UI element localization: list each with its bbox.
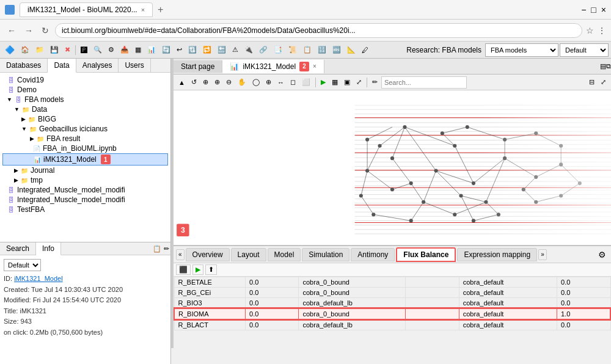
close-doc-btn[interactable]: ✖ [62,45,73,55]
search-btn[interactable]: 🔍 [91,45,104,55]
close-btn[interactable]: × [601,5,606,15]
input-val5-bioma[interactable] [561,310,606,318]
info-id-link[interactable]: iMK1321_Model [14,275,63,282]
cell-val3[interactable] [406,298,459,309]
tree-item-fba[interactable]: ▼ 🗄 FBA models [2,95,168,104]
tab-close-btn[interactable]: × [141,6,145,13]
tab-data[interactable]: Data [48,59,76,73]
cell-val3-bioma[interactable] [406,308,459,319]
cell-val1[interactable] [246,288,299,298]
tab-databases[interactable]: Databases [0,59,48,72]
default-select[interactable]: Default [560,43,609,57]
table-export-btn[interactable]: ⬆ [205,264,217,275]
hand-tool[interactable]: ✋ [235,77,249,87]
minimize-btn[interactable]: − [581,5,586,15]
tab-model[interactable]: Model [268,248,301,261]
t1-btn[interactable]: 🔄 [159,45,173,55]
cell-val5[interactable] [557,298,610,309]
input-val5[interactable] [561,278,606,286]
t14-btn[interactable]: 📐 [345,45,358,55]
t6-btn[interactable]: ⚠ [230,45,241,55]
tree-item-geo[interactable]: ▼ 📁 Geobacillus icicianus [2,124,168,134]
settings-btn[interactable]: ⚙ [106,45,117,55]
t15-btn[interactable]: 🖊 [359,45,371,55]
zoom-in-btn[interactable]: ⊕ [212,77,222,87]
rect-tool[interactable]: ◻ [288,77,298,87]
zoom-fit-btn[interactable]: ↺ [189,77,199,87]
cell-val5-bioma[interactable] [557,308,610,319]
fullscreen-btn[interactable]: ⤢ [598,77,609,87]
zoom-out-btn[interactable]: ⊖ [224,77,234,87]
tree-item-covid19[interactable]: 🗄 Covid19 [2,75,168,85]
new-tab-button[interactable]: + [158,4,163,15]
tabs-next-btn[interactable]: » [538,249,547,260]
search-box[interactable] [381,76,467,89]
cell-val5[interactable] [557,277,610,288]
tab-overview[interactable]: Overview [186,248,230,261]
input-val1-bioma[interactable] [249,310,295,318]
input-val1[interactable] [249,278,295,286]
cell-val1[interactable] [246,277,299,288]
tabs-prev-btn[interactable]: « [176,249,185,260]
tree-item-data[interactable]: ▼ 📁 Data [2,104,168,114]
cell-val3[interactable] [406,288,459,298]
info-copy-btn[interactable]: 📋 [152,242,163,255]
tab-expression-mapping[interactable]: Expression mapping [457,248,537,261]
folder-btn[interactable]: 📁 [33,45,46,55]
t10-btn[interactable]: 📜 [286,45,299,55]
table-grid-btn[interactable]: ⬛ [176,264,191,275]
input-val3[interactable] [409,278,455,286]
home-btn[interactable]: 🏠 [18,45,32,55]
t11-btn[interactable]: 📋 [301,45,314,55]
tree-item-journal[interactable]: ▶ 📁 Journal [2,166,168,175]
cell-val5[interactable] [557,288,610,298]
t2-btn[interactable]: ↩ [174,45,185,55]
input-val5-blact[interactable] [561,321,606,329]
table-view-btn[interactable]: ▣ [342,77,353,87]
info-dropdown[interactable]: Default [4,259,41,271]
import-btn[interactable]: 📥 [118,45,131,55]
tree-item-fba-result[interactable]: ▶ 📁 FBA result [2,134,168,144]
forward-button[interactable]: → [22,24,35,37]
input-val5-2[interactable] [561,289,606,296]
logo-btn[interactable]: 🔷 [2,44,17,56]
refresh-button[interactable]: ↻ [39,24,51,37]
cell-val3[interactable] [406,277,459,288]
input-val3-blact[interactable] [409,321,455,329]
research-select[interactable]: FBA models [485,43,558,57]
pencil-tool[interactable]: ✏ [370,77,380,87]
t9-btn[interactable]: 📑 [271,45,285,55]
t12-btn[interactable]: 🔢 [315,45,329,55]
maximize-btn[interactable]: □ [591,5,596,15]
t5-btn[interactable]: 🔙 [215,45,229,55]
group-tool[interactable]: ⬜ [299,77,313,87]
tab-simulation[interactable]: Simulation [302,248,349,261]
expand-btn[interactable]: ⤢ [354,77,364,87]
edge-tool[interactable]: ↔ [275,78,287,87]
input-val3-3[interactable] [409,299,455,307]
tree-item-testfba[interactable]: 🗄 TestFBA [2,205,168,214]
dock-btn[interactable]: ⊟ [587,77,597,87]
t3-btn[interactable]: 🔃 [186,45,199,55]
tree-item-integrated1[interactable]: 🗄 Integrated_Muscle_model_modifi [2,185,168,195]
info-edit-btn[interactable]: ✏ [163,242,170,255]
input-val1-3[interactable] [249,299,295,307]
back-button[interactable]: ← [5,24,18,37]
bookmark-btn[interactable]: ☆ [586,26,594,35]
t8-btn[interactable]: 🔗 [257,45,270,55]
tab-antimony[interactable]: Antimony [351,248,395,261]
cell-val5-blact[interactable] [557,319,610,330]
lb-tab-info[interactable]: Info [36,242,61,255]
run-btn[interactable]: ▶ [318,77,328,87]
chart-btn[interactable]: 📊 [145,45,158,55]
t7-btn[interactable]: 🔌 [242,45,255,55]
tree-item-integrated2[interactable]: 🗄 Integrated_Muscle_model_modifi [2,195,168,205]
tab-layout[interactable]: Layout [231,248,266,261]
grid-view-btn[interactable]: ▦ [329,77,340,87]
tree-item-demo[interactable]: 🗄 Demo [2,85,168,95]
browser-tab-active[interactable]: iMK1321_Model - BioUML 2020... × [20,2,153,17]
tab-flux-balance[interactable]: Flux Balance [396,247,456,262]
cell-val1-bioma[interactable] [246,308,299,319]
layout-btn[interactable]: ⧉ [606,62,611,70]
tab-users[interactable]: Users [119,59,150,72]
